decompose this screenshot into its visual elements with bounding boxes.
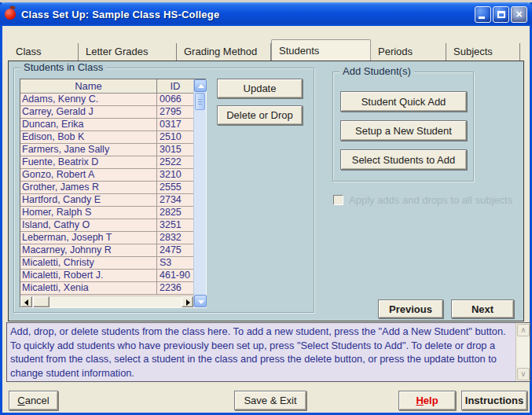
instructions-textbox[interactable]: Add, drop, or delete students from the c… [6, 322, 530, 382]
scroll-up-icon[interactable] [194, 79, 207, 92]
apply-adds-drops-label: Apply adds and drops to all subjects [349, 194, 512, 206]
students-in-class-group: Students in Class Name ID Adams, Kenny C… [13, 68, 314, 313]
student-name-cell: Duncan, Erika [20, 119, 156, 130]
select-students-to-add-button[interactable]: Select Students to Add [340, 149, 467, 170]
table-row[interactable]: Duncan, Erika0317 [20, 119, 193, 131]
student-id-cell: 2522 [156, 156, 193, 168]
student-id-cell: 0317 [156, 119, 193, 130]
table-row[interactable]: Micaletti, Xenia2236 [20, 282, 193, 295]
column-header-name[interactable]: Name [20, 79, 156, 93]
instructions-text: Add, drop, or delete students from the c… [10, 325, 512, 380]
maximize-icon [497, 11, 505, 18]
help-button[interactable]: Help [398, 391, 456, 410]
instructions-scroll-up-icon[interactable]: ∧ [517, 324, 530, 336]
window-title: Class Set Up: Sample Class HS-College [21, 9, 475, 20]
instructions-scrollbar[interactable]: ∧ ∨ [515, 323, 530, 381]
apply-adds-drops-checkbox-row: Apply adds and drops to all subjects [333, 194, 512, 206]
tab-class[interactable]: Class [9, 43, 79, 61]
table-row[interactable]: Hartford, Candy E2734 [20, 194, 193, 207]
student-name-cell: Micaletti, Christy [20, 257, 156, 269]
next-button[interactable]: Next [451, 299, 514, 318]
scroll-right-icon[interactable] [182, 296, 193, 307]
table-row[interactable]: Carrey, Gerald J2795 [20, 106, 193, 119]
student-id-cell: 2795 [156, 106, 193, 118]
table-row[interactable]: Grother, James R2555 [20, 182, 193, 194]
setup-new-student-button[interactable]: Setup a New Student [340, 120, 467, 141]
student-id-cell: 2475 [156, 244, 193, 256]
save-and-exit-button[interactable]: Save & Exit [234, 391, 306, 410]
close-button[interactable]: × [511, 6, 527, 23]
student-id-cell: 2825 [156, 207, 193, 219]
table-row[interactable]: Leberman, Joseph T2832 [20, 232, 193, 244]
minimize-icon [479, 17, 485, 19]
table-row[interactable]: Micaletti, Robert J.461-90 [20, 270, 193, 282]
student-name-cell: Gonzo, Robert A [20, 169, 156, 181]
window-controls: × [475, 6, 527, 23]
student-quick-add-button[interactable]: Student Quick Add [340, 91, 467, 112]
table-row[interactable]: Adams, Kenny C.0066 [20, 94, 193, 106]
instructions-scroll-down-icon[interactable]: ∨ [517, 368, 530, 380]
student-name-cell: Edison, Bob K [20, 131, 156, 143]
student-id-cell: 3251 [156, 219, 193, 231]
table-row[interactable]: Micaletti, ChristyS3 [20, 257, 193, 270]
student-name-cell: Hartford, Candy E [20, 194, 156, 206]
table-row[interactable]: Edison, Bob K2510 [20, 131, 193, 144]
student-id-cell: 2555 [156, 182, 193, 193]
maximize-button[interactable] [493, 6, 509, 23]
table-row[interactable]: Fuente, Beatrix D2522 [20, 156, 193, 169]
instructions-button[interactable]: Instructions [461, 391, 527, 410]
student-name-cell: Micaletti, Xenia [20, 282, 156, 294]
tab-grading-method[interactable]: Grading Method [177, 43, 271, 61]
previous-button[interactable]: Previous [378, 299, 443, 318]
table-row[interactable]: Homer, Ralph S2825 [20, 207, 193, 219]
delete-or-drop-button[interactable]: Delete or Drop [217, 105, 303, 125]
tab-subjects[interactable]: Subjects [446, 43, 520, 61]
horizontal-scroll-thumb[interactable] [33, 296, 50, 307]
column-header-id[interactable]: ID [156, 79, 193, 93]
update-button[interactable]: Update [217, 79, 303, 98]
students-in-class-title: Students in Class [20, 62, 106, 73]
vertical-scrollbar[interactable] [193, 79, 206, 307]
student-name-cell: Adams, Kenny C. [20, 94, 156, 105]
cancel-button[interactable]: Cancel [9, 391, 58, 410]
student-list-rows: Adams, Kenny C.0066Carrey, Gerald J2795D… [20, 94, 193, 296]
add-students-group: Add Student(s) Student Quick AddSetup a … [332, 72, 474, 182]
student-id-cell: 0066 [156, 94, 193, 105]
vertical-scroll-thumb[interactable] [195, 93, 205, 110]
table-row[interactable]: Gonzo, Robert A3210 [20, 169, 193, 182]
add-buttons-container: Student Quick AddSetup a New StudentSele… [333, 91, 467, 178]
student-name-cell: Carrey, Gerald J [20, 106, 156, 118]
student-list[interactable]: Name ID Adams, Kenny C.0066Carrey, Geral… [20, 79, 207, 308]
scroll-down-icon[interactable] [194, 295, 207, 307]
dialog-body: ClassLetter GradesGrading MethodStudents… [5, 28, 527, 410]
student-id-cell: 2734 [156, 194, 193, 206]
table-row[interactable]: Farmers, Jane Sally3015 [20, 144, 193, 156]
table-row[interactable]: Island, Cathy O3251 [20, 219, 193, 232]
student-name-cell: Macarney, Johnny R [20, 244, 156, 256]
student-id-cell: 2236 [156, 282, 193, 294]
titlebar[interactable]: Class Set Up: Sample Class HS-College × [0, 2, 532, 26]
scroll-left-icon[interactable] [20, 296, 32, 307]
student-name-cell: Fuente, Beatrix D [20, 156, 156, 168]
student-name-cell: Island, Cathy O [20, 219, 156, 231]
student-name-cell: Micaletti, Robert J. [20, 270, 156, 281]
horizontal-scrollbar[interactable] [20, 296, 193, 307]
tab-letter-grades[interactable]: Letter Grades [79, 43, 177, 61]
student-id-cell: 3210 [156, 169, 193, 181]
student-name-cell: Leberman, Joseph T [20, 232, 156, 244]
tab-students[interactable]: Students [271, 39, 371, 61]
add-students-title: Add Student(s) [339, 66, 414, 77]
table-row[interactable]: Macarney, Johnny R2475 [20, 244, 193, 257]
student-name-cell: Farmers, Jane Sally [20, 144, 156, 156]
close-icon: × [512, 7, 526, 22]
student-list-header: Name ID [20, 79, 193, 94]
students-tab-panel: Students in Class Name ID Adams, Kenny C… [8, 61, 524, 321]
tab-periods[interactable]: Periods [371, 43, 446, 61]
minimize-button[interactable] [475, 6, 491, 23]
student-name-cell: Grother, James R [20, 182, 156, 193]
student-id-cell: S3 [156, 257, 193, 269]
student-id-cell: 2832 [156, 232, 193, 244]
apple-icon [5, 9, 16, 20]
apply-adds-drops-checkbox[interactable] [333, 195, 343, 205]
tab-bar: ClassLetter GradesGrading MethodStudents… [9, 38, 520, 61]
